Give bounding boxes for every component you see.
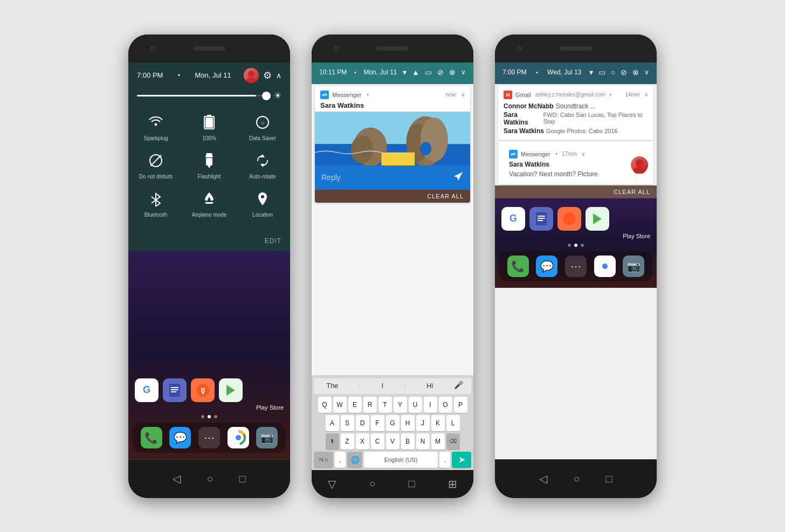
back-nav[interactable]: ◁ <box>173 472 181 485</box>
qs-tile-dnd[interactable]: Do not disturb <box>137 150 175 179</box>
apps-grid-icon-3[interactable]: ⋯ <box>565 255 587 277</box>
key-c[interactable]: C <box>371 433 384 450</box>
p2-status-bar: 10:11 PM • Mon, Jul 11 ▾ ▲ ▭ ⊘ ⊗ ∨ <box>312 63 473 84</box>
qs-tile-datasaver[interactable]: ○ Data Saver <box>244 112 281 141</box>
brightness-slider[interactable]: ☀ <box>128 86 290 107</box>
recents-nav[interactable]: □ <box>239 473 246 485</box>
key-q[interactable]: Q <box>318 397 332 413</box>
qs-tile-bluetooth[interactable]: Bluetooth <box>137 188 175 218</box>
gear-icon[interactable]: ⚙ <box>263 70 272 81</box>
suggestion-1[interactable]: The <box>322 381 342 391</box>
backspace-key[interactable]: ⌫ <box>446 433 460 450</box>
key-j[interactable]: J <box>416 415 430 431</box>
key-i[interactable]: I <box>424 397 437 413</box>
play-store-icon-3[interactable] <box>586 207 609 231</box>
docs-icon-3[interactable] <box>529 207 553 231</box>
docs-icon[interactable] <box>163 378 187 402</box>
clear-all-bar[interactable]: CLEAR ALL <box>315 190 470 203</box>
key-s[interactable]: S <box>341 415 354 431</box>
recents-nav-3[interactable]: □ <box>606 473 612 485</box>
svg-point-14 <box>261 195 264 198</box>
svg-rect-4 <box>205 118 213 128</box>
reply-placeholder[interactable]: Reply <box>321 173 453 182</box>
shift-key[interactable]: ⬆ <box>326 433 339 450</box>
svg-line-12 <box>152 197 156 200</box>
phone-app-icon[interactable]: 📞 <box>141 427 162 448</box>
android-icon-3[interactable] <box>557 207 581 231</box>
key-t[interactable]: T <box>378 397 392 413</box>
space-key[interactable]: English (US) <box>364 452 438 468</box>
key-f[interactable]: F <box>371 415 384 431</box>
home-nav-2[interactable]: ○ <box>369 478 375 490</box>
recents-nav-2[interactable]: □ <box>408 478 415 490</box>
qs-tile-battery[interactable]: 100% <box>190 112 228 141</box>
chrome-icon-3[interactable] <box>594 255 616 277</box>
menu-nav-2[interactable]: ⊞ <box>448 478 457 490</box>
notif-chevron[interactable]: ∨ <box>461 92 465 98</box>
notif-expand-2[interactable]: ∨ <box>581 151 585 157</box>
qs-tile-location[interactable]: Location <box>244 188 281 218</box>
key-l[interactable]: L <box>446 415 460 431</box>
chrome-icon[interactable] <box>228 427 249 448</box>
key-r[interactable]: R <box>363 397 377 413</box>
globe-key[interactable]: 🌐 <box>347 452 362 468</box>
key-b[interactable]: B <box>401 433 415 450</box>
key-m[interactable]: M <box>431 433 445 450</box>
key-g[interactable]: G <box>386 415 400 431</box>
p3-expand-icon[interactable]: ∨ <box>644 68 649 76</box>
svg-rect-17 <box>171 389 178 390</box>
home-nav-3[interactable]: ○ <box>573 473 580 485</box>
home-nav[interactable]: ○ <box>206 473 213 485</box>
key-y[interactable]: Y <box>394 397 407 413</box>
key-u[interactable]: U <box>409 397 422 413</box>
battery-icon <box>198 112 220 133</box>
key-w[interactable]: W <box>333 397 347 413</box>
p3-time-row: 7:00 PM • Wed, Jul 13 ▾ ▭ ○ ⊘ ⊗ ∨ <box>502 68 649 77</box>
key-z[interactable]: Z <box>341 433 354 450</box>
camera-app-icon-3[interactable]: 📷 <box>623 255 644 277</box>
suggestion-2[interactable]: I <box>377 381 388 391</box>
p2-expand-icon[interactable]: ∨ <box>461 68 466 76</box>
key-n[interactable]: N <box>416 433 430 450</box>
key-e[interactable]: E <box>348 397 362 413</box>
qs-tile-wifi[interactable]: Sparkplug <box>137 112 175 141</box>
back-nav-3[interactable]: ◁ <box>539 472 547 485</box>
key-p[interactable]: P <box>454 397 467 413</box>
key-o[interactable]: O <box>439 397 452 413</box>
brightness-thumb[interactable] <box>262 92 271 100</box>
play-store-icon[interactable] <box>219 378 243 402</box>
android-icon[interactable]: ☿ <box>191 378 215 402</box>
qs-tile-autorotate[interactable]: Auto-rotate <box>244 150 281 179</box>
send-key[interactable]: ➤ <box>452 452 471 468</box>
qs-tile-airplane[interactable]: Airplane mode <box>190 188 228 218</box>
mic-icon[interactable]: 🎤 <box>454 381 463 391</box>
key-v[interactable]: V <box>386 433 400 450</box>
reply-send-icon[interactable] <box>453 171 464 184</box>
clear-all-button[interactable]: CLEAR ALL <box>495 185 657 198</box>
reply-bar[interactable]: Reply <box>315 165 470 190</box>
apps-grid-icon[interactable]: ⋯ <box>198 427 220 448</box>
back-nav-2[interactable]: ▽ <box>328 478 336 490</box>
phone-app-icon-3[interactable]: 📞 <box>507 255 529 277</box>
messages-icon[interactable]: 💬 <box>169 427 191 448</box>
symbols-key[interactable]: ?1☺ <box>314 452 333 468</box>
collapse-icon[interactable]: ∧ <box>276 71 281 80</box>
google-icon[interactable]: G <box>135 378 159 402</box>
user-avatar[interactable] <box>244 68 259 83</box>
key-d[interactable]: D <box>356 415 369 431</box>
google-icon-3[interactable]: G <box>501 207 525 231</box>
gmail-expand[interactable]: ∨ <box>644 92 648 98</box>
key-k[interactable]: K <box>431 415 445 431</box>
camera-app-icon[interactable]: 📷 <box>256 427 278 448</box>
key-a[interactable]: A <box>326 415 339 431</box>
brightness-bar[interactable] <box>137 95 270 96</box>
key-h[interactable]: H <box>401 415 415 431</box>
edit-button[interactable]: EDIT <box>128 235 290 251</box>
period-key[interactable]: . <box>439 452 450 468</box>
messages-icon-3[interactable]: 💬 <box>536 255 557 277</box>
qs-tile-flashlight[interactable]: Flashlight <box>190 150 228 179</box>
comma-key[interactable]: , <box>335 452 346 468</box>
suggestion-3[interactable]: Hi <box>422 381 437 391</box>
key-x[interactable]: X <box>356 433 369 450</box>
dot-3b <box>574 244 577 247</box>
